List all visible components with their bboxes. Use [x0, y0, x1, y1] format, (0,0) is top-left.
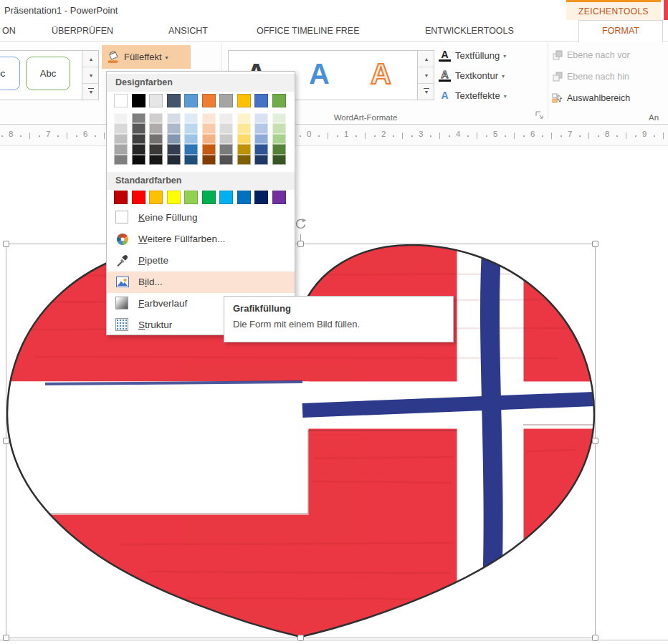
theme-variant-swatch[interactable]: [114, 123, 128, 133]
theme-variant-swatch[interactable]: [149, 123, 163, 133]
menu-item-keine-f-llung[interactable]: Keine Füllung: [107, 207, 295, 229]
theme-variant-swatch[interactable]: [219, 155, 233, 165]
theme-variant-swatch[interactable]: [149, 113, 163, 123]
theme-color-swatch[interactable]: [149, 94, 163, 107]
theme-variant-swatch[interactable]: [114, 144, 128, 154]
theme-variant-swatch[interactable]: [184, 113, 198, 123]
wordart-more-button[interactable]: ▾: [418, 84, 434, 100]
theme-variant-swatch[interactable]: [114, 155, 128, 165]
theme-variant-swatch[interactable]: [114, 113, 128, 123]
standard-color-swatch[interactable]: [272, 191, 286, 204]
resize-handle[interactable]: [297, 241, 304, 247]
tab--berpr-fen[interactable]: ÜBERPRÜFEN: [52, 20, 113, 42]
button-textkontur[interactable]: ATextkontur▾: [439, 66, 505, 85]
button-auswahlbereich[interactable]: Auswahlbereich: [552, 89, 630, 107]
theme-variant-swatch[interactable]: [237, 144, 251, 154]
theme-variant-swatch[interactable]: [237, 155, 251, 165]
theme-variant-swatch[interactable]: [132, 123, 145, 133]
theme-color-swatch[interactable]: [272, 94, 286, 107]
theme-variant-swatch[interactable]: [167, 155, 181, 165]
standard-color-swatch[interactable]: [237, 191, 251, 204]
resize-handle[interactable]: [592, 438, 598, 444]
theme-variant-swatch[interactable]: [272, 155, 286, 165]
theme-color-swatch[interactable]: [202, 94, 216, 107]
theme-variant-swatch[interactable]: [149, 155, 163, 165]
button-texteffekte[interactable]: ATexteffekte▾: [439, 86, 507, 105]
theme-variant-swatch[interactable]: [272, 134, 286, 144]
gallery-more-button[interactable]: ▾: [82, 84, 99, 100]
theme-color-swatch[interactable]: [114, 94, 128, 107]
button-ebene-nach-vor[interactable]: Ebene nach vor: [552, 46, 630, 64]
standard-color-swatch[interactable]: [202, 191, 216, 204]
wordart-scroll-up-button[interactable]: ▴: [418, 51, 434, 67]
theme-variant-swatch[interactable]: [132, 134, 145, 144]
standard-color-swatch[interactable]: [149, 191, 163, 204]
theme-variant-swatch[interactable]: [272, 123, 286, 133]
theme-variant-swatch[interactable]: [237, 134, 251, 144]
theme-variant-swatch[interactable]: [184, 123, 198, 133]
theme-color-swatch[interactable]: [219, 94, 233, 107]
theme-color-swatch[interactable]: [167, 94, 181, 107]
theme-variant-swatch[interactable]: [272, 113, 286, 123]
theme-variant-swatch[interactable]: [202, 155, 216, 165]
gallery-scroll-down-button[interactable]: ▾: [82, 67, 99, 84]
standard-color-swatch[interactable]: [254, 191, 268, 204]
theme-color-swatch[interactable]: [132, 94, 145, 107]
rotation-handle[interactable]: [294, 217, 307, 230]
standard-color-swatch[interactable]: [132, 191, 145, 204]
theme-variant-swatch[interactable]: [254, 134, 268, 144]
theme-variant-swatch[interactable]: [237, 113, 251, 123]
tab-office-timeline-free[interactable]: OFFICE TIMELINE FREE: [257, 20, 360, 42]
gallery-scroll-up-button[interactable]: ▴: [82, 51, 99, 67]
tab-format[interactable]: FORMAT: [578, 20, 663, 42]
theme-variant-swatch[interactable]: [149, 134, 163, 144]
theme-variant-swatch[interactable]: [272, 144, 286, 154]
resize-handle[interactable]: [592, 635, 598, 641]
standard-color-swatch[interactable]: [114, 191, 128, 204]
theme-variant-swatch[interactable]: [219, 113, 233, 123]
theme-color-swatch[interactable]: [254, 94, 268, 107]
resize-handle[interactable]: [3, 438, 9, 444]
dialog-launcher-icon[interactable]: [535, 110, 545, 120]
standard-color-swatch[interactable]: [184, 191, 198, 204]
theme-variant-swatch[interactable]: [237, 123, 251, 133]
resize-handle[interactable]: [3, 635, 9, 641]
menu-item-pipette[interactable]: Pipette: [107, 250, 295, 271]
theme-variant-swatch[interactable]: [132, 144, 145, 154]
theme-variant-swatch[interactable]: [202, 144, 216, 154]
shape-fill-button[interactable]: Fülleffekt ▾: [102, 45, 191, 69]
theme-variant-swatch[interactable]: [184, 134, 198, 144]
resize-handle[interactable]: [297, 635, 304, 641]
resize-handle[interactable]: [592, 241, 598, 247]
theme-color-swatch[interactable]: [184, 94, 198, 107]
theme-variant-swatch[interactable]: [202, 113, 216, 123]
wordart-scroll-down-button[interactable]: ▾: [418, 67, 434, 84]
standard-color-swatch[interactable]: [219, 191, 233, 204]
shape-style-item[interactable]: Abc: [0, 57, 20, 90]
button-ebene-nach-hin[interactable]: Ebene nach hin: [552, 67, 629, 86]
tab-entwicklertools[interactable]: ENTWICKLERTOOLS: [425, 20, 514, 42]
theme-variant-swatch[interactable]: [219, 123, 233, 133]
theme-variant-swatch[interactable]: [167, 113, 181, 123]
theme-variant-swatch[interactable]: [254, 155, 268, 165]
tab-ansicht[interactable]: ANSICHT: [168, 20, 208, 42]
theme-variant-swatch[interactable]: [219, 144, 233, 154]
menu-item-bild[interactable]: Bild...: [107, 271, 295, 293]
standard-color-swatch[interactable]: [167, 191, 181, 204]
theme-variant-swatch[interactable]: [184, 144, 198, 154]
theme-variant-swatch[interactable]: [219, 134, 233, 144]
theme-color-swatch[interactable]: [237, 94, 251, 107]
tab-on[interactable]: ON: [2, 20, 16, 42]
theme-variant-swatch[interactable]: [202, 123, 216, 133]
wordart-style-blue[interactable]: A: [309, 54, 330, 94]
theme-variant-swatch[interactable]: [132, 155, 145, 165]
resize-handle[interactable]: [3, 241, 9, 247]
shape-style-item[interactable]: Abc: [26, 57, 70, 90]
theme-variant-swatch[interactable]: [202, 134, 216, 144]
theme-variant-swatch[interactable]: [167, 144, 181, 154]
theme-variant-swatch[interactable]: [167, 123, 181, 133]
button-textf-llung[interactable]: ATextfüllung▾: [439, 46, 506, 64]
theme-variant-swatch[interactable]: [167, 134, 181, 144]
theme-variant-swatch[interactable]: [132, 113, 145, 123]
theme-variant-swatch[interactable]: [114, 134, 128, 144]
